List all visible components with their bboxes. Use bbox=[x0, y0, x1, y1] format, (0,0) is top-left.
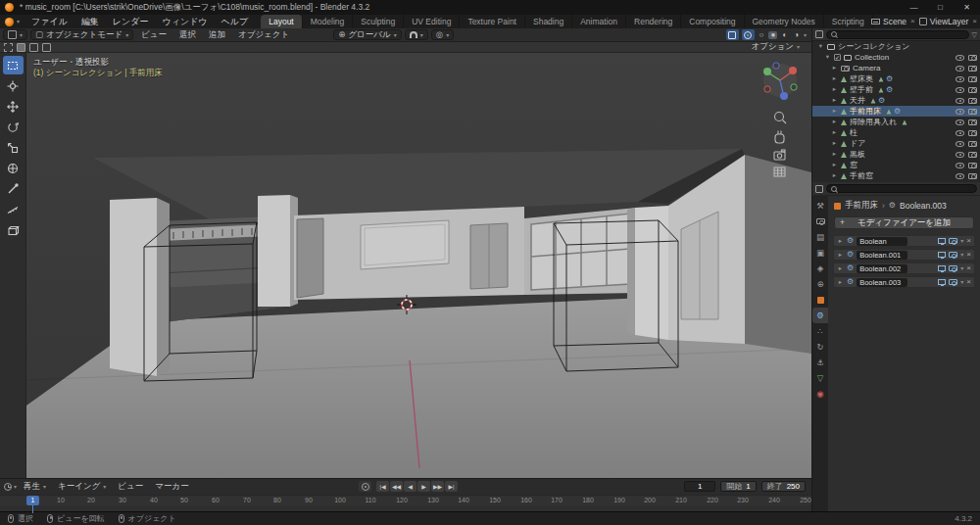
shading-material-button[interactable]: ◐ bbox=[780, 31, 789, 39]
workspace-tab-uv-editing[interactable]: UV Editing bbox=[404, 15, 460, 28]
hide-eye-icon[interactable] bbox=[956, 109, 964, 115]
breadcrumb-object[interactable]: 手前用床 bbox=[845, 200, 878, 212]
properties-tab-output[interactable]: ▤ bbox=[812, 229, 828, 245]
modifier-extras-icon[interactable]: ▾ bbox=[960, 252, 963, 258]
rotate-tool[interactable] bbox=[3, 118, 24, 136]
pan-hand-icon[interactable] bbox=[775, 131, 784, 144]
menu-keying[interactable]: キーイング ▾ bbox=[53, 481, 111, 493]
render-display-toggle[interactable] bbox=[949, 279, 957, 285]
expand-icon[interactable]: ▸ bbox=[837, 252, 844, 259]
navigation-gizmo[interactable] bbox=[763, 63, 797, 100]
add-modifier-button[interactable]: + モディファイアーを追加 bbox=[834, 216, 974, 229]
outliner-editor-icon[interactable] bbox=[815, 30, 823, 38]
menu-playback[interactable]: 再生 ▾ bbox=[19, 481, 51, 493]
modifier-row[interactable]: ▸ ⚙ Boolean.002 ▾ × bbox=[833, 262, 975, 274]
properties-tab-material[interactable]: ◉ bbox=[812, 386, 828, 402]
outliner-row-mesh[interactable]: ▸ 手前窓 bbox=[812, 170, 980, 181]
disclosure-icon[interactable]: ▾ bbox=[824, 54, 831, 61]
outliner-search-input[interactable] bbox=[826, 30, 969, 39]
hide-eye-icon[interactable] bbox=[956, 66, 964, 72]
zoom-icon[interactable] bbox=[775, 113, 787, 124]
transform-tool[interactable] bbox=[3, 159, 24, 177]
modifier-extras-icon[interactable]: ▾ bbox=[960, 279, 963, 285]
render-visibility-icon[interactable] bbox=[968, 55, 977, 61]
expand-icon[interactable]: ▸ bbox=[837, 265, 844, 272]
properties-tab-scene[interactable]: ◈ bbox=[812, 261, 828, 276]
select-mode-subtract-button[interactable] bbox=[42, 43, 51, 52]
outliner-row-scene-collection[interactable]: ▾ シーンコレクション bbox=[812, 41, 980, 52]
workspace-tab-scripting[interactable]: Scripting bbox=[824, 15, 873, 28]
outliner-row-mesh[interactable]: ▸ 黒板 bbox=[812, 149, 980, 160]
hide-eye-icon[interactable] bbox=[956, 87, 964, 93]
properties-tab-physics[interactable]: ↻ bbox=[812, 339, 828, 355]
start-frame-field[interactable]: 開始 1 bbox=[720, 481, 756, 492]
menu-select[interactable]: 選択 bbox=[174, 29, 201, 41]
filter-icon[interactable]: ▽ bbox=[972, 31, 977, 38]
render-visibility-icon[interactable] bbox=[968, 87, 977, 93]
modifier-row[interactable]: ▸ ⚙ Boolean.001 ▾ × bbox=[833, 249, 975, 261]
modifier-row[interactable]: ▸ ⚙ Boolean ▾ × bbox=[833, 235, 975, 247]
properties-editor-icon[interactable] bbox=[815, 185, 823, 193]
show-gizmo-toggle[interactable] bbox=[726, 29, 739, 40]
hide-eye-icon[interactable] bbox=[956, 119, 964, 125]
outliner-row-mesh[interactable]: ▸ 掃除用具入れ bbox=[812, 117, 980, 127]
scale-tool[interactable] bbox=[3, 138, 24, 157]
disclosure-icon[interactable]: ▸ bbox=[831, 151, 838, 158]
properties-tab-world[interactable]: ⊕ bbox=[812, 276, 828, 292]
disclosure-icon[interactable]: ▸ bbox=[831, 75, 838, 82]
select-mode-new-button[interactable] bbox=[17, 43, 25, 52]
properties-tab-particles[interactable]: ∴ bbox=[812, 323, 828, 339]
workspace-tab-shading[interactable]: Shading bbox=[525, 15, 572, 28]
move-tool[interactable] bbox=[3, 97, 24, 116]
add-cube-tool[interactable] bbox=[3, 220, 24, 239]
workspace-tab-rendering[interactable]: Rendering bbox=[626, 15, 681, 28]
menu-object[interactable]: オブジェクト bbox=[233, 29, 294, 41]
select-mode-extend-button[interactable] bbox=[29, 43, 38, 52]
annotate-tool[interactable] bbox=[3, 179, 24, 198]
left-pillar-front[interactable] bbox=[110, 198, 157, 376]
disclosure-icon[interactable]: ▸ bbox=[831, 162, 838, 168]
expand-icon[interactable]: ▸ bbox=[837, 279, 844, 286]
shading-rendered-button[interactable]: ◑ bbox=[792, 31, 801, 39]
disclosure-icon[interactable]: ▸ bbox=[831, 97, 838, 104]
left-pillar2-front[interactable] bbox=[258, 195, 290, 307]
properties-tab-render[interactable] bbox=[812, 214, 828, 229]
disclosure-icon[interactable]: ▸ bbox=[831, 119, 838, 125]
auto-keying-toggle[interactable] bbox=[359, 481, 371, 492]
outliner-row-mesh[interactable]: ▸ 壁手前 ⚙ bbox=[812, 84, 980, 95]
hide-eye-icon[interactable] bbox=[956, 76, 964, 82]
breadcrumb-modifier[interactable]: Boolean.003 bbox=[900, 201, 947, 211]
properties-tab-modifiers[interactable]: ⚙ bbox=[812, 308, 828, 323]
3d-scene[interactable] bbox=[26, 53, 811, 478]
transform-orientation-dropdown[interactable]: ⊕ グローバル ▾ bbox=[333, 29, 401, 40]
modifier-name-field[interactable]: Boolean.003 bbox=[857, 278, 907, 287]
hide-eye-icon[interactable] bbox=[956, 163, 964, 168]
workspace-tab-geometry-nodes[interactable]: Geometry Nodes bbox=[745, 15, 824, 28]
workspace-tab-compositing[interactable]: Compositing bbox=[681, 15, 744, 28]
remove-modifier-icon[interactable]: × bbox=[966, 251, 971, 259]
workspace-tab-layout[interactable]: Layout bbox=[261, 15, 303, 28]
next-keyframe-button[interactable]: ▶▶ bbox=[431, 481, 444, 492]
render-display-toggle[interactable] bbox=[949, 238, 957, 244]
hide-eye-icon[interactable] bbox=[956, 173, 964, 179]
current-frame-field[interactable]: 1 bbox=[684, 481, 715, 492]
disclosure-icon[interactable]: ▸ bbox=[831, 140, 838, 147]
render-visibility-icon[interactable] bbox=[968, 66, 977, 72]
timeline-ruler[interactable]: 0 10 20 30 40 50 60 70 80 90 100 110 120… bbox=[0, 495, 811, 505]
outliner-row-mesh[interactable]: ▸ ドア bbox=[812, 138, 980, 149]
end-frame-field[interactable]: 終了 250 bbox=[761, 481, 806, 492]
expand-icon[interactable]: ▸ bbox=[837, 238, 844, 245]
realtime-display-toggle[interactable] bbox=[938, 238, 946, 244]
camera-view-icon[interactable] bbox=[774, 150, 785, 160]
hide-eye-icon[interactable] bbox=[956, 55, 964, 61]
outliner-row-collection[interactable]: ▾ ✓ Collection bbox=[812, 52, 980, 63]
outliner-row-mesh[interactable]: ▸ 窓 bbox=[812, 160, 980, 170]
realtime-display-toggle[interactable] bbox=[938, 265, 946, 271]
maximize-button[interactable]: □ bbox=[927, 0, 954, 15]
shading-dropdown-icon[interactable]: ▾ bbox=[804, 32, 807, 38]
timeline-editor-icon[interactable] bbox=[4, 483, 12, 491]
remove-modifier-icon[interactable]: × bbox=[966, 264, 971, 272]
render-visibility-icon[interactable] bbox=[968, 98, 977, 104]
disclosure-icon[interactable]: ▸ bbox=[831, 86, 838, 93]
shading-wireframe-button[interactable]: ○ bbox=[758, 31, 766, 39]
